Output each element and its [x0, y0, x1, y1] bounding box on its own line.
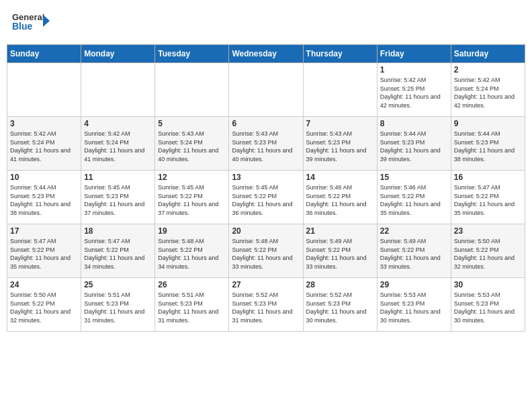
day-info: Sunrise: 5:47 AM Sunset: 5:22 PM Dayligh…	[84, 237, 152, 271]
day-number: 26	[158, 280, 226, 289]
day-number: 25	[84, 280, 152, 289]
day-number: 5	[158, 119, 226, 128]
day-number: 29	[380, 280, 448, 289]
day-number: 18	[84, 226, 152, 236]
calendar-table: SundayMondayTuesdayWednesdayThursdayFrid…	[7, 44, 525, 332]
calendar-cell: 10Sunrise: 5:44 AM Sunset: 5:23 PM Dayli…	[7, 171, 81, 224]
column-header-saturday: Saturday	[451, 45, 525, 63]
calendar-cell: 14Sunrise: 5:46 AM Sunset: 5:22 PM Dayli…	[303, 171, 377, 224]
calendar-cell: 4Sunrise: 5:42 AM Sunset: 5:24 PM Daylig…	[81, 117, 155, 171]
calendar-cell: 11Sunrise: 5:45 AM Sunset: 5:23 PM Dayli…	[81, 171, 155, 224]
column-header-monday: Monday	[81, 45, 155, 63]
day-number: 23	[454, 226, 522, 236]
day-number: 30	[454, 280, 522, 289]
day-number: 27	[232, 280, 300, 289]
calendar-cell: 8Sunrise: 5:44 AM Sunset: 5:23 PM Daylig…	[377, 117, 451, 171]
day-number: 7	[306, 119, 374, 128]
day-info: Sunrise: 5:42 AM Sunset: 5:24 PM Dayligh…	[84, 130, 152, 163]
day-info: Sunrise: 5:42 AM Sunset: 5:25 PM Dayligh…	[380, 76, 448, 109]
column-header-sunday: Sunday	[7, 45, 81, 63]
day-number: 24	[10, 280, 78, 289]
calendar-cell: 17Sunrise: 5:47 AM Sunset: 5:22 PM Dayli…	[7, 224, 81, 278]
day-info: Sunrise: 5:49 AM Sunset: 5:22 PM Dayligh…	[380, 237, 448, 271]
day-info: Sunrise: 5:44 AM Sunset: 5:23 PM Dayligh…	[380, 130, 448, 163]
day-info: Sunrise: 5:43 AM Sunset: 5:24 PM Dayligh…	[158, 130, 226, 163]
column-header-wednesday: Wednesday	[229, 45, 303, 63]
calendar-cell: 1Sunrise: 5:42 AM Sunset: 5:25 PM Daylig…	[377, 63, 451, 117]
calendar-cell: 5Sunrise: 5:43 AM Sunset: 5:24 PM Daylig…	[155, 117, 229, 171]
day-info: Sunrise: 5:47 AM Sunset: 5:22 PM Dayligh…	[454, 183, 522, 217]
calendar-cell: 24Sunrise: 5:50 AM Sunset: 5:22 PM Dayli…	[7, 278, 81, 332]
day-info: Sunrise: 5:46 AM Sunset: 5:22 PM Dayligh…	[306, 183, 374, 217]
day-number: 17	[10, 226, 78, 236]
day-number: 9	[454, 119, 522, 128]
day-info: Sunrise: 5:44 AM Sunset: 5:23 PM Dayligh…	[454, 130, 522, 163]
day-number: 2	[454, 65, 522, 75]
calendar-cell	[7, 63, 81, 117]
day-info: Sunrise: 5:53 AM Sunset: 5:23 PM Dayligh…	[380, 291, 448, 324]
column-header-thursday: Thursday	[303, 45, 377, 63]
day-number: 4	[84, 119, 152, 128]
day-number: 16	[454, 173, 522, 182]
day-info: Sunrise: 5:45 AM Sunset: 5:23 PM Dayligh…	[84, 183, 152, 217]
calendar-cell: 19Sunrise: 5:48 AM Sunset: 5:22 PM Dayli…	[155, 224, 229, 278]
day-number: 8	[380, 119, 448, 128]
logo: GeneralBlue	[12, 9, 52, 36]
calendar-cell: 12Sunrise: 5:45 AM Sunset: 5:22 PM Dayli…	[155, 171, 229, 224]
calendar-cell: 15Sunrise: 5:46 AM Sunset: 5:22 PM Dayli…	[377, 171, 451, 224]
calendar-cell: 7Sunrise: 5:43 AM Sunset: 5:23 PM Daylig…	[303, 117, 377, 171]
calendar-cell	[155, 63, 229, 117]
day-info: Sunrise: 5:47 AM Sunset: 5:22 PM Dayligh…	[10, 237, 78, 271]
svg-marker-2	[43, 15, 50, 27]
day-info: Sunrise: 5:42 AM Sunset: 5:24 PM Dayligh…	[10, 130, 78, 163]
calendar-week-5: 24Sunrise: 5:50 AM Sunset: 5:22 PM Dayli…	[7, 278, 525, 332]
calendar-cell: 16Sunrise: 5:47 AM Sunset: 5:22 PM Dayli…	[451, 171, 525, 224]
calendar-header-row: SundayMondayTuesdayWednesdayThursdayFrid…	[7, 45, 525, 63]
svg-text:Blue: Blue	[12, 21, 33, 32]
calendar-cell: 23Sunrise: 5:50 AM Sunset: 5:22 PM Dayli…	[451, 224, 525, 278]
calendar-cell: 18Sunrise: 5:47 AM Sunset: 5:22 PM Dayli…	[81, 224, 155, 278]
day-number: 13	[232, 173, 300, 182]
day-number: 21	[306, 226, 374, 236]
day-info: Sunrise: 5:42 AM Sunset: 5:24 PM Dayligh…	[454, 76, 522, 109]
calendar-cell: 21Sunrise: 5:49 AM Sunset: 5:22 PM Dayli…	[303, 224, 377, 278]
calendar-cell: 2Sunrise: 5:42 AM Sunset: 5:24 PM Daylig…	[451, 63, 525, 117]
day-info: Sunrise: 5:44 AM Sunset: 5:23 PM Dayligh…	[10, 183, 78, 217]
calendar-cell: 29Sunrise: 5:53 AM Sunset: 5:23 PM Dayli…	[377, 278, 451, 332]
day-number: 3	[10, 119, 78, 128]
calendar-cell: 6Sunrise: 5:43 AM Sunset: 5:23 PM Daylig…	[229, 117, 303, 171]
logo-svg: GeneralBlue	[12, 9, 52, 36]
calendar-cell	[81, 63, 155, 117]
calendar-cell: 3Sunrise: 5:42 AM Sunset: 5:24 PM Daylig…	[7, 117, 81, 171]
day-info: Sunrise: 5:45 AM Sunset: 5:22 PM Dayligh…	[158, 183, 226, 217]
day-info: Sunrise: 5:48 AM Sunset: 5:22 PM Dayligh…	[158, 237, 226, 271]
day-info: Sunrise: 5:43 AM Sunset: 5:23 PM Dayligh…	[306, 130, 374, 163]
calendar-week-1: 1Sunrise: 5:42 AM Sunset: 5:25 PM Daylig…	[7, 63, 525, 117]
day-info: Sunrise: 5:46 AM Sunset: 5:22 PM Dayligh…	[380, 183, 448, 217]
page-header: GeneralBlue	[7, 7, 525, 39]
day-info: Sunrise: 5:45 AM Sunset: 5:22 PM Dayligh…	[232, 183, 300, 217]
calendar-cell: 22Sunrise: 5:49 AM Sunset: 5:22 PM Dayli…	[377, 224, 451, 278]
day-number: 20	[232, 226, 300, 236]
calendar-cell: 20Sunrise: 5:48 AM Sunset: 5:22 PM Dayli…	[229, 224, 303, 278]
calendar-cell: 28Sunrise: 5:52 AM Sunset: 5:23 PM Dayli…	[303, 278, 377, 332]
day-number: 22	[380, 226, 448, 236]
day-number: 12	[158, 173, 226, 182]
calendar-cell: 25Sunrise: 5:51 AM Sunset: 5:23 PM Dayli…	[81, 278, 155, 332]
calendar-week-4: 17Sunrise: 5:47 AM Sunset: 5:22 PM Dayli…	[7, 224, 525, 278]
day-number: 14	[306, 173, 374, 182]
calendar-cell: 13Sunrise: 5:45 AM Sunset: 5:22 PM Dayli…	[229, 171, 303, 224]
day-info: Sunrise: 5:52 AM Sunset: 5:23 PM Dayligh…	[306, 291, 374, 324]
column-header-tuesday: Tuesday	[155, 45, 229, 63]
day-info: Sunrise: 5:48 AM Sunset: 5:22 PM Dayligh…	[232, 237, 300, 271]
day-info: Sunrise: 5:50 AM Sunset: 5:22 PM Dayligh…	[10, 291, 78, 324]
day-info: Sunrise: 5:51 AM Sunset: 5:23 PM Dayligh…	[84, 291, 152, 324]
day-number: 11	[84, 173, 152, 182]
day-number: 28	[306, 280, 374, 289]
day-info: Sunrise: 5:51 AM Sunset: 5:23 PM Dayligh…	[158, 291, 226, 324]
day-info: Sunrise: 5:49 AM Sunset: 5:22 PM Dayligh…	[306, 237, 374, 271]
day-info: Sunrise: 5:43 AM Sunset: 5:23 PM Dayligh…	[232, 130, 300, 163]
day-number: 19	[158, 226, 226, 236]
calendar-week-3: 10Sunrise: 5:44 AM Sunset: 5:23 PM Dayli…	[7, 171, 525, 224]
day-info: Sunrise: 5:50 AM Sunset: 5:22 PM Dayligh…	[454, 237, 522, 271]
